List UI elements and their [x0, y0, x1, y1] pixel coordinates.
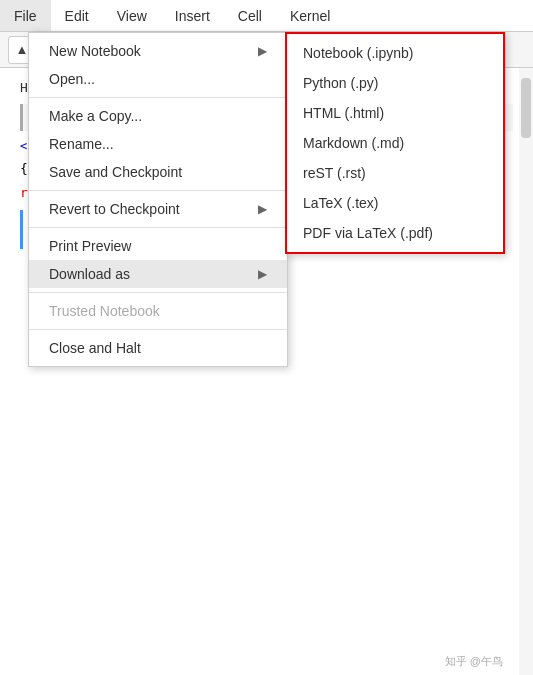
menu-trusted-notebook[interactable]: Trusted Notebook	[29, 297, 287, 325]
separator-1	[29, 97, 287, 98]
separator-5	[29, 329, 287, 330]
submenu-pdf-latex[interactable]: PDF via LaTeX (.pdf)	[287, 218, 503, 248]
submenu-notebook-ipynb[interactable]: Notebook (.ipynb)	[287, 38, 503, 68]
menu-make-copy[interactable]: Make a Copy...	[29, 102, 287, 130]
watermark: 知乎 @午鸟	[445, 654, 503, 669]
submenu-latex[interactable]: LaTeX (.tex)	[287, 188, 503, 218]
menu-revert-checkpoint[interactable]: Revert to Checkpoint ▶	[29, 195, 287, 223]
menu-close-halt[interactable]: Close and Halt	[29, 334, 287, 362]
menu-download-as[interactable]: Download as ▶	[29, 260, 287, 288]
menu-view[interactable]: View	[103, 0, 161, 31]
submenu-markdown[interactable]: Markdown (.md)	[287, 128, 503, 158]
revert-arrow: ▶	[258, 202, 267, 216]
menubar: File Edit View Insert Cell Kernel	[0, 0, 533, 32]
separator-4	[29, 292, 287, 293]
file-dropdown: New Notebook ▶ Open... Make a Copy... Re…	[28, 32, 288, 367]
submenu-html[interactable]: HTML (.html)	[287, 98, 503, 128]
menu-cell[interactable]: Cell	[224, 0, 276, 31]
scrollbar-thumb[interactable]	[521, 78, 531, 138]
menu-edit[interactable]: Edit	[51, 0, 103, 31]
menu-print-preview[interactable]: Print Preview	[29, 232, 287, 260]
download-submenu: Notebook (.ipynb) Python (.py) HTML (.ht…	[285, 32, 505, 254]
download-arrow: ▶	[258, 267, 267, 281]
separator-3	[29, 227, 287, 228]
separator-2	[29, 190, 287, 191]
scrollbar[interactable]	[519, 68, 533, 675]
menu-insert[interactable]: Insert	[161, 0, 224, 31]
menu-file[interactable]: File	[0, 0, 51, 31]
menu-save-checkpoint[interactable]: Save and Checkpoint	[29, 158, 287, 186]
submenu-rest[interactable]: reST (.rst)	[287, 158, 503, 188]
menu-kernel[interactable]: Kernel	[276, 0, 344, 31]
menu-rename[interactable]: Rename...	[29, 130, 287, 158]
menu-open[interactable]: Open...	[29, 65, 287, 93]
submenu-python-py[interactable]: Python (.py)	[287, 68, 503, 98]
new-notebook-arrow: ▶	[258, 44, 267, 58]
menu-new-notebook[interactable]: New Notebook ▶	[29, 37, 287, 65]
